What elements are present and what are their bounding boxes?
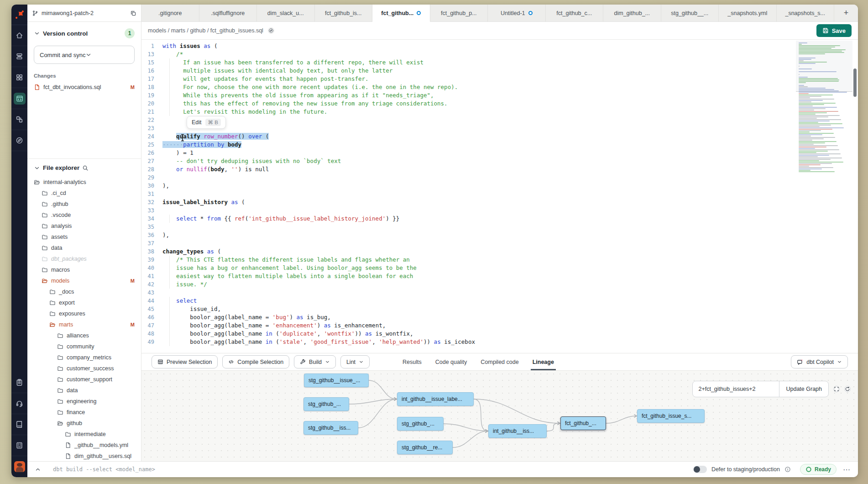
minimap-line [799,158,842,158]
panel-tab-results[interactable]: Results [403,353,422,370]
rail-orchestration-icon[interactable] [11,109,27,130]
file-tree-item[interactable]: assets [34,231,135,242]
lineage-node[interactable]: stg_github__re... [397,441,453,454]
build-button[interactable]: Build [294,355,336,368]
file-tree-item[interactable]: dbt_packages [34,253,135,264]
new-tab-button[interactable]: + [834,5,858,22]
minimap-line [799,112,827,113]
refresh-graph-button[interactable] [844,386,851,392]
rail-documentation-icon[interactable] [11,414,27,435]
file-tree-item[interactable]: macros [34,264,135,275]
file-tree-item[interactable]: alliances [34,330,135,341]
file-tree-item[interactable]: community [34,341,135,352]
file-tree-item[interactable]: analysis [34,221,135,231]
file-tree-item[interactable]: intermediate [34,429,135,440]
rail-account-avatar[interactable] [11,456,27,477]
chevron-down-icon [325,359,330,364]
editor-tab[interactable]: dim_slack_u... [257,5,315,22]
file-tree-item[interactable]: github [34,418,135,429]
dbt-logo[interactable] [11,5,27,25]
rail-changelog-icon[interactable] [11,372,27,393]
user-avatar[interactable] [14,461,25,472]
panel-tab-code-quality[interactable]: Code quality [435,353,467,370]
code-editor[interactable]: 1with issues as (13 /*15 If an issue has… [141,40,858,353]
file-tree-item[interactable]: .github [34,199,135,210]
editor-tab[interactable]: .sqlfluffignore [199,5,257,22]
panel-tab-compiled-code[interactable]: Compiled code [481,353,518,370]
editor-tab[interactable]: fct_github_is... [315,5,373,22]
preview-selection-button[interactable]: Preview Selection [152,355,218,368]
editor-tab[interactable]: Untitled-1 [488,5,546,22]
file-icon [65,453,71,459]
copy-branch-icon[interactable] [130,10,136,16]
file-tree-item[interactable]: .ci_cd [34,188,135,199]
file-tree-item[interactable]: internal-analytics [34,177,135,188]
ide-status-badge[interactable]: Ready [800,464,837,475]
view-docs-button[interactable] [268,27,274,34]
editor-tab[interactable]: dim_github_... [603,5,661,22]
file-tree-item[interactable]: dim_github__users.sql [34,451,135,461]
file-tree-item[interactable]: engineering [34,396,135,407]
file-tree-item[interactable]: modelsM [34,275,135,286]
editor-tab[interactable]: _snapshots_s... [777,5,835,22]
save-button[interactable]: Save [816,24,852,37]
status-menu-button[interactable]: ⋯ [843,465,851,474]
fullscreen-button[interactable] [833,386,840,392]
file-tree-item[interactable]: exposures [34,308,135,319]
file-tree-item[interactable]: data [34,242,135,253]
info-icon[interactable] [784,466,791,473]
update-graph-button[interactable]: Update Graph [779,381,828,397]
commit-and-sync-dropdown[interactable]: Commit and sync [34,46,135,64]
search-icon[interactable] [82,165,89,171]
rail-support-icon[interactable] [11,393,27,414]
lineage-node[interactable]: int_github__issue_labe... [397,392,474,406]
version-control-header[interactable]: Version control 1 [34,28,135,38]
editor-tab[interactable]: stg_github__... [661,5,719,22]
editor-tab[interactable]: .gitignore [141,5,199,22]
editor-tab[interactable]: fct_github_c... [546,5,604,22]
code-line: 25······partition by body [141,141,858,149]
dbt-copilot-button[interactable]: dbt Copilot [791,355,848,368]
lint-button[interactable]: Lint [340,355,370,368]
git-branch-selector[interactable]: mirnawong1-patch-2 [27,5,141,22]
rail-home-icon[interactable] [11,25,27,46]
file-tree-item[interactable]: company_metrics [34,352,135,363]
lineage-node-selected[interactable]: fct_github_... [560,416,606,430]
file-tree-item[interactable]: export [34,297,135,308]
editor-tab[interactable]: fct_github_p... [430,5,488,22]
rail-develop-ide-icon[interactable] [11,88,27,109]
rail-environments-icon[interactable] [11,46,27,67]
rail-apps-icon[interactable] [11,67,27,88]
minimap[interactable] [799,42,850,173]
file-tree-item[interactable]: _github__models.yml [34,440,135,451]
dbt-command-input[interactable]: dbt build --select <model_name> [53,466,155,473]
vertical-scrollbar-thumb[interactable] [853,68,857,97]
file-tree-item[interactable]: .vscode [34,210,135,221]
file-tree-item[interactable]: _docs [34,286,135,297]
compile-selection-button[interactable]: Compile Selection [222,355,289,368]
lineage-selector-input[interactable]: 2+fct_github_issues+2 [693,381,779,397]
file-tree-item[interactable]: martsM [34,319,135,330]
lineage-node[interactable]: int_github__iss... [488,424,547,438]
file-tree-item[interactable]: data [34,385,135,396]
minimap-line [799,148,815,149]
changed-file-item[interactable]: fct_dbt_invocations.sqlM [34,84,135,90]
file-tree-item[interactable]: finance [34,407,135,418]
defer-toggle[interactable] [693,466,707,473]
file-tree-item[interactable]: customer_success [34,363,135,374]
minimap-line [799,115,840,116]
lineage-node[interactable]: fct_github_issue_s... [637,409,705,423]
editor-tab-active[interactable]: fct_github... [372,5,430,22]
lineage-node[interactable]: stg_github_... [303,397,349,411]
dbt-cloud-ide-window: mirnawong1-patch-2 .gitignore.sqlfluffig… [11,5,858,477]
file-explorer-header[interactable]: File explorer [34,164,135,171]
file-tree-item[interactable]: customer_support [34,374,135,385]
rail-explore-icon[interactable] [11,130,27,151]
lineage-node[interactable]: stg_github__iss... [303,421,358,435]
expand-command-bar-icon[interactable] [35,466,41,473]
lineage-node[interactable]: stg_github_... [397,417,444,431]
panel-tab-lineage[interactable]: Lineage [533,353,554,370]
rail-shortcuts-icon[interactable] [11,435,27,456]
editor-tab[interactable]: _snapshots.yml [719,5,777,22]
lineage-node[interactable]: stg_github__issue_... [304,374,369,387]
